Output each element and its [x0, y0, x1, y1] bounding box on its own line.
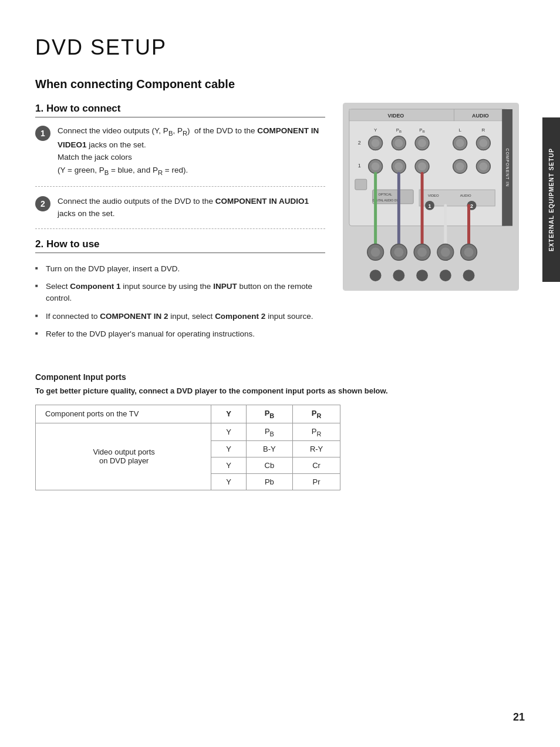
port-table: Component ports on the TV Y PB PR Video … — [35, 405, 340, 490]
bullet-4: Refer to the DVD player's manual for ope… — [35, 325, 325, 343]
component-input-section: Component Input ports To get better pict… — [35, 372, 525, 490]
how-to-use-list: Turn on the DVD player, insert a DVD. Se… — [35, 260, 325, 343]
row3-col1: Y — [211, 457, 246, 474]
svg-text:L: L — [458, 127, 461, 133]
svg-point-52 — [371, 247, 380, 257]
row3-col2: Cb — [246, 457, 293, 474]
svg-point-28 — [394, 162, 403, 170]
svg-text:AUDIO: AUDIO — [460, 194, 471, 197]
row4-col1: Y — [211, 474, 246, 490]
svg-point-65 — [463, 270, 475, 281]
sidebar-tab: EXTERNAL EQUIPMENT SETUP — [542, 117, 560, 282]
tv-diagram-container: VIDEO AUDIO COMPONENT IN Y PB PR L R 2 — [337, 103, 525, 355]
bullet-1: Turn on the DVD player, insert a DVD. — [35, 260, 325, 278]
main-title: DVD SETUP — [35, 35, 525, 60]
svg-text:Y: Y — [374, 127, 377, 133]
row2-col3: R-Y — [293, 441, 340, 457]
svg-text:1: 1 — [358, 163, 361, 169]
svg-point-64 — [440, 270, 451, 281]
bullet-2: Select Component 1 input source by using… — [35, 278, 325, 308]
video-output-label: Video output portson DVD player — [36, 423, 211, 490]
row1-col1: Y — [211, 423, 246, 441]
tv-diagram-svg: VIDEO AUDIO COMPONENT IN Y PB PR L R 2 — [343, 103, 518, 290]
svg-point-19 — [418, 139, 426, 147]
page-container: EXTERNAL EQUIPMENT SETUP DVD SETUP When … — [0, 0, 560, 747]
svg-point-21 — [456, 139, 464, 147]
row1-col3: PR — [293, 423, 340, 441]
svg-point-62 — [393, 270, 404, 281]
svg-text:2: 2 — [358, 140, 361, 146]
section-title: When connecting Component cable — [35, 78, 525, 91]
svg-point-34 — [479, 162, 487, 170]
svg-text:2: 2 — [470, 203, 473, 209]
step-2-circle: 2 — [35, 196, 50, 211]
tv-diagram: VIDEO AUDIO COMPONENT IN Y PB PR L R 2 — [343, 103, 519, 291]
header-col3: PR — [293, 405, 340, 423]
row2-col2: B-Y — [246, 441, 293, 457]
table-row-1: Video output portson DVD player Y PB PR — [36, 423, 340, 441]
row2-col1: Y — [211, 441, 246, 457]
row3-col3: Cr — [293, 457, 340, 474]
header-col2: PB — [246, 405, 293, 423]
svg-point-17 — [394, 139, 403, 147]
svg-point-26 — [372, 162, 380, 170]
svg-rect-35 — [355, 179, 367, 190]
row4-col2: Pb — [246, 474, 293, 490]
svg-point-30 — [418, 162, 426, 170]
step-2: 2 Connect the audio outputs of the DVD t… — [35, 195, 325, 229]
row1-col2: PB — [246, 423, 293, 441]
step-1-text: Connect the video outputs (Y, PB, PR) of… — [58, 124, 325, 178]
bullet-3: If connected to COMPONENT IN 2 input, se… — [35, 308, 325, 325]
svg-text:R: R — [482, 127, 485, 133]
header-label: Component ports on the TV — [36, 405, 211, 423]
table-header-row: Component ports on the TV Y PB PR — [36, 405, 340, 423]
svg-point-32 — [456, 162, 464, 170]
svg-text:VIDEO: VIDEO — [387, 113, 404, 119]
svg-point-61 — [370, 270, 382, 281]
header-col1: Y — [211, 405, 246, 423]
svg-text:OPTICAL: OPTICAL — [379, 193, 392, 196]
step-1: 1 Connect the video outputs (Y, PB, PR) … — [35, 124, 325, 187]
step-2-text: Connect the audio outputs of the DVD to … — [58, 195, 325, 220]
subsection2-title: 2. How to use — [35, 238, 325, 253]
component-section-title: Component Input ports — [35, 372, 525, 382]
how-to-connect-section: 1. How to connect 1 Connect the video ou… — [35, 103, 525, 355]
svg-point-54 — [394, 247, 403, 257]
svg-point-60 — [464, 247, 474, 257]
svg-point-58 — [441, 247, 450, 257]
left-column: 1. How to connect 1 Connect the video ou… — [35, 103, 325, 355]
svg-text:1: 1 — [429, 203, 431, 209]
svg-point-56 — [417, 247, 427, 257]
row4-col3: Pr — [293, 474, 340, 490]
page-number: 21 — [513, 711, 525, 724]
subsection1-title: 1. How to connect — [35, 103, 325, 117]
svg-point-63 — [416, 270, 428, 281]
svg-point-23 — [479, 139, 487, 147]
svg-point-15 — [372, 139, 380, 147]
svg-text:AUDIO: AUDIO — [472, 113, 489, 119]
svg-text:VIDEO: VIDEO — [428, 194, 439, 197]
sidebar-label: EXTERNAL EQUIPMENT SETUP — [548, 148, 555, 251]
svg-text:COMPONENT IN: COMPONENT IN — [505, 148, 510, 187]
step-1-circle: 1 — [35, 126, 50, 141]
component-section-subtitle: To get better picture quality, connect a… — [35, 386, 525, 395]
